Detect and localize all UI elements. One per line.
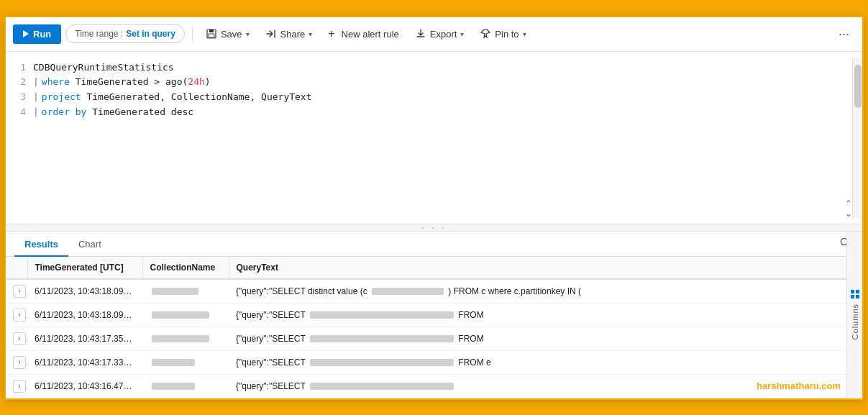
code-line-4: | order by TimeGenerated desc <box>32 105 852 120</box>
collection-cell-1 <box>142 279 229 304</box>
line-num-3: 3 <box>12 90 26 105</box>
code-line-1-text: CDBQueryRuntimeStatistics <box>33 60 174 76</box>
new-alert-label: New alert rule <box>342 29 399 40</box>
table-row: › 6/11/2023, 10:43:16.479 AM {"query":"S… <box>6 374 862 398</box>
code-line-1: CDBQueryRuntimeStatistics <box>32 60 852 76</box>
expand-row-1[interactable]: › <box>13 285 26 298</box>
kw-where: where <box>42 75 70 90</box>
results-table-container[interactable]: TimeGenerated [UTC] CollectionName Query… <box>6 257 862 398</box>
pin-chevron: ▾ <box>523 30 526 38</box>
kw-project: project <box>42 90 81 105</box>
time-range-value: Set in query <box>126 29 175 39</box>
time-range-prefix: Time range : <box>75 29 123 39</box>
svg-rect-2 <box>209 34 214 37</box>
duration-24h: 24h <box>188 75 204 90</box>
col-header-query: QueryText <box>229 257 862 279</box>
query-cell-2: {"query":"SELECT FROM <box>229 303 862 327</box>
blurred-query-1 <box>372 288 444 295</box>
blurred-query-2 <box>310 311 454 319</box>
svg-rect-8 <box>856 295 859 298</box>
expand-row-2[interactable]: › <box>13 309 26 321</box>
blurred-query-4 <box>310 359 454 366</box>
time-cell-5: 6/11/2023, 10:43:16.479 AM <box>27 374 142 398</box>
share-label: Share <box>280 29 306 40</box>
col-header-collection: CollectionName <box>142 257 229 279</box>
blurred-collection-3 <box>152 335 209 342</box>
kw-orderby: order by <box>42 105 87 120</box>
query-cell-1: {"query":"SELECT distinct value (c ) FRO… <box>229 279 862 304</box>
collection-cell-4 <box>142 350 229 374</box>
scroll-arrows: ⌃ ⌄ <box>845 199 852 218</box>
line-numbers: 1 2 3 4 <box>6 58 32 218</box>
run-label: Run <box>33 29 51 40</box>
blurred-collection-5 <box>152 383 195 390</box>
new-alert-button[interactable]: New alert rule <box>322 24 405 44</box>
columns-sidebar[interactable]: Columns <box>846 232 862 398</box>
separator <box>192 25 193 42</box>
results-area: Results Chart TimeGenerated [UTC <box>6 232 862 398</box>
time-cell-4: 6/11/2023, 10:43:17.332 AM <box>27 350 142 374</box>
table-row: › 6/11/2023, 10:43:17.332 AM {"query":"S… <box>6 350 862 374</box>
play-icon <box>23 30 29 37</box>
scroll-thumb <box>854 65 862 108</box>
svg-rect-1 <box>209 29 214 32</box>
collection-cell-5 <box>142 374 229 398</box>
tab-chart[interactable]: Chart <box>68 232 111 257</box>
svg-rect-7 <box>851 295 854 298</box>
tab-results[interactable]: Results <box>14 232 68 257</box>
share-button[interactable]: Share ▾ <box>260 24 319 43</box>
toolbar: Run Time range : Set in query Save ▾ Sha… <box>6 17 862 52</box>
save-label: Save <box>221 29 242 40</box>
pipe-2: | <box>33 75 39 90</box>
resize-handle[interactable]: · · · <box>6 224 862 232</box>
export-chevron: ▾ <box>460 30 464 38</box>
line-num-2: 2 <box>12 75 26 90</box>
expand-row-3[interactable]: › <box>13 332 26 345</box>
pin-icon <box>480 28 491 40</box>
tabs-row: Results Chart <box>6 232 862 257</box>
col-header-expander <box>6 257 27 279</box>
table-row: › 6/11/2023, 10:43:17.351 AM {"query":"S… <box>6 327 862 350</box>
table-header-row: TimeGenerated [UTC] CollectionName Query… <box>6 257 862 279</box>
blurred-query-3 <box>310 335 454 342</box>
time-range-button[interactable]: Time range : Set in query <box>65 24 185 43</box>
svg-rect-5 <box>851 290 854 293</box>
columns-grid-icon <box>850 289 860 299</box>
pipe-3: | <box>33 90 39 105</box>
editor-scrollbar[interactable] <box>852 58 862 218</box>
line-num-1: 1 <box>12 60 26 76</box>
scroll-up-arrow[interactable]: ⌃ <box>845 199 852 208</box>
blurred-collection-2 <box>152 311 209 319</box>
save-button[interactable]: Save ▾ <box>200 24 255 43</box>
more-button[interactable]: ··· <box>833 24 855 45</box>
run-button[interactable]: Run <box>13 24 61 44</box>
query-cell-3: {"query":"SELECT FROM <box>229 327 862 350</box>
main-window: Run Time range : Set in query Save ▾ Sha… <box>4 16 864 400</box>
results-table: TimeGenerated [UTC] CollectionName Query… <box>6 257 862 398</box>
time-cell-3: 6/11/2023, 10:43:17.351 AM <box>27 327 142 350</box>
code-line-3-text: TimeGenerated, CollectionName, QueryText <box>81 90 312 105</box>
export-label: Export <box>430 29 457 40</box>
table-row: › 6/11/2023, 10:43:18.091 AM {"query":"S… <box>6 303 862 327</box>
export-button[interactable]: Export ▾ <box>409 24 470 43</box>
code-line-2: | where TimeGenerated > ago( 24h ) <box>32 75 852 90</box>
query-cell-5: {"query":"SELECT <box>229 374 862 398</box>
save-icon <box>206 28 217 40</box>
blurred-collection-4 <box>152 359 195 366</box>
save-chevron: ▾ <box>246 30 250 38</box>
code-editor[interactable]: CDBQueryRuntimeStatistics | where TimeGe… <box>32 58 852 218</box>
pin-to-button[interactable]: Pin to ▾ <box>474 24 531 43</box>
expand-row-5[interactable]: › <box>13 380 26 393</box>
code-line-2-text: TimeGenerated > ago( <box>70 75 188 90</box>
blurred-query-5 <box>310 383 454 390</box>
query-cell-4: {"query":"SELECT FROM e <box>229 350 862 374</box>
scroll-down-arrow[interactable]: ⌄ <box>845 209 852 218</box>
table-row: › 6/11/2023, 10:43:18.099 AM {"query":"S… <box>6 279 862 304</box>
collection-cell-2 <box>142 303 229 327</box>
pipe-4: | <box>33 105 39 120</box>
code-line-4-text: TimeGenerated desc <box>86 105 193 120</box>
expand-row-4[interactable]: › <box>13 356 26 369</box>
blurred-collection-1 <box>152 288 198 295</box>
export-icon <box>415 28 426 40</box>
editor-area: 1 2 3 4 CDBQueryRuntimeStatistics | wher… <box>6 52 862 224</box>
